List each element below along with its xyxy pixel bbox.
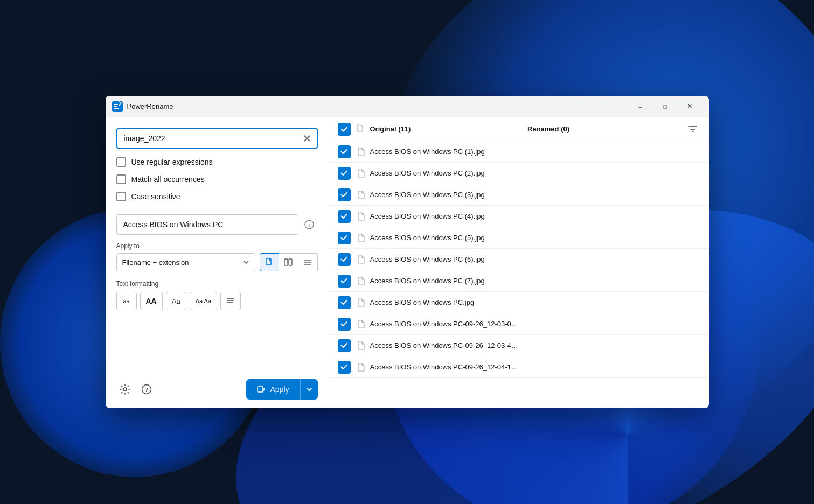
text-formatting-label: Text formatting: [116, 280, 318, 288]
svg-text:?: ?: [145, 386, 148, 394]
checkbox-group: Use regular expressions Match all occurr…: [116, 157, 318, 201]
power-rename-icon: [112, 101, 123, 112]
svg-rect-3: [114, 108, 119, 109]
file-icon: [356, 319, 366, 329]
file-row[interactable]: Access BIOS on Windows PC (7).jpg: [329, 270, 709, 292]
svg-text:i: i: [308, 221, 310, 228]
row-checkbox[interactable]: [338, 232, 351, 244]
file-icon: [356, 341, 366, 351]
file-row[interactable]: Access BIOS on Windows PC (4).jpg: [329, 206, 709, 227]
row-checkbox[interactable]: [338, 339, 351, 352]
svg-point-17: [123, 388, 127, 391]
row-checkbox[interactable]: [338, 188, 351, 201]
view-icon-group: [260, 253, 318, 271]
file-name: Access BIOS on Windows PC (6).jpg: [370, 255, 535, 263]
left-panel-bottom: ? Apply: [116, 373, 318, 400]
file-icon: [356, 298, 366, 307]
file-name: Access BIOS on Windows PC (4).jpg: [370, 212, 535, 220]
use-regex-box: [116, 157, 126, 167]
search-clear-button[interactable]: [301, 132, 314, 145]
apply-button-group: Apply: [246, 379, 317, 400]
list-view-button[interactable]: [298, 253, 318, 271]
apply-to-row: Filename only Extension only Filename + …: [116, 253, 318, 271]
file-view-button[interactable]: [260, 253, 279, 271]
file-list: Access BIOS on Windows PC (1).jpg Access…: [329, 141, 709, 408]
file-name: Access BIOS on Windows PC (3).jpg: [370, 191, 535, 199]
match-all-label: Match all occurrences: [131, 175, 205, 184]
search-input-wrapper: [116, 128, 318, 149]
file-icon: [356, 276, 366, 286]
close-button[interactable]: ✕: [678, 98, 702, 115]
match-all-box: [116, 174, 126, 184]
help-button[interactable]: ?: [138, 381, 155, 398]
apply-dropdown-button[interactable]: [300, 379, 318, 400]
file-name: Access BIOS on Windows PC (1).jpg: [370, 148, 535, 156]
file-row[interactable]: Access BIOS on Windows PC.jpg: [329, 292, 709, 313]
file-row[interactable]: Access BIOS on Windows PC (1).jpg: [329, 141, 709, 163]
rename-info-button[interactable]: i: [301, 216, 318, 233]
apply-to-label: Apply to: [116, 242, 318, 250]
panel-view-button[interactable]: [279, 253, 298, 271]
original-col-header: Original (11): [370, 125, 528, 133]
svg-rect-20: [258, 387, 263, 392]
file-row[interactable]: Access BIOS on Windows PC-09-26_12-03-4…: [329, 335, 709, 356]
use-regex-checkbox[interactable]: Use regular expressions: [116, 157, 318, 167]
file-icon: [356, 169, 366, 178]
file-row[interactable]: Access BIOS on Windows PC-09-26_12-04-1…: [329, 356, 709, 378]
file-row[interactable]: Access BIOS on Windows PC-09-26_12-03-0…: [329, 313, 709, 335]
file-header-icon: [356, 124, 367, 135]
file-icon: [356, 233, 366, 243]
apply-button[interactable]: Apply: [246, 379, 300, 400]
row-checkbox[interactable]: [338, 253, 351, 266]
format-lines-btn[interactable]: [220, 292, 241, 310]
rename-input-wrapper: i: [116, 214, 318, 235]
settings-button[interactable]: [116, 381, 134, 398]
svg-rect-2: [114, 106, 117, 107]
file-row[interactable]: Access BIOS on Windows PC (2).jpg: [329, 163, 709, 184]
minimize-button[interactable]: –: [628, 98, 653, 115]
svg-rect-8: [266, 258, 271, 265]
row-checkbox[interactable]: [338, 167, 351, 180]
filter-button[interactable]: [685, 122, 700, 137]
file-name: Access BIOS on Windows PC-09-26_12-04-1…: [370, 363, 535, 371]
file-icon: [356, 362, 366, 372]
case-sensitive-checkbox[interactable]: Case sensitive: [116, 192, 318, 201]
svg-rect-9: [284, 259, 288, 265]
row-checkbox[interactable]: [338, 296, 351, 309]
file-icon: [356, 190, 366, 200]
file-list-header: Original (11) Renamed (0): [329, 117, 709, 141]
apply-to-dropdown[interactable]: Filename only Extension only Filename + …: [116, 253, 255, 271]
power-rename-window: PowerRename – □ ✕ Use regular expression…: [106, 96, 709, 408]
file-row[interactable]: Access BIOS on Windows PC (3).jpg: [329, 184, 709, 206]
row-checkbox[interactable]: [338, 145, 351, 158]
file-row[interactable]: Access BIOS on Windows PC (6).jpg: [329, 249, 709, 270]
match-all-checkbox[interactable]: Match all occurrences: [116, 174, 318, 184]
file-icon: [356, 255, 366, 264]
row-checkbox[interactable]: [338, 275, 351, 288]
file-name: Access BIOS on Windows PC (5).jpg: [370, 234, 535, 242]
file-row[interactable]: Access BIOS on Windows PC (5).jpg: [329, 227, 709, 249]
svg-rect-1: [114, 104, 118, 105]
file-name: Access BIOS on Windows PC-09-26_12-03-4…: [370, 341, 535, 349]
rename-input[interactable]: [116, 214, 298, 235]
lowercase-btn[interactable]: aa: [116, 292, 137, 310]
wordcase-btn[interactable]: Aa Aa: [190, 292, 217, 310]
bottom-icon-group: ?: [116, 381, 155, 398]
file-name: Access BIOS on Windows PC (7).jpg: [370, 277, 535, 285]
window-controls: – □ ✕: [628, 98, 702, 115]
file-name: Access BIOS on Windows PC-09-26_12-03-0…: [370, 320, 535, 328]
maximize-button[interactable]: □: [653, 98, 678, 115]
row-checkbox[interactable]: [338, 318, 351, 331]
svg-rect-10: [289, 259, 292, 265]
select-all-checkbox[interactable]: [338, 123, 351, 136]
use-regex-label: Use regular expressions: [131, 158, 213, 166]
row-checkbox[interactable]: [338, 361, 351, 374]
row-checkbox[interactable]: [338, 210, 351, 223]
renamed-col-header: Renamed (0): [527, 125, 685, 133]
left-panel: Use regular expressions Match all occurr…: [106, 117, 329, 408]
uppercase-btn[interactable]: AA: [140, 292, 163, 310]
right-panel: Original (11) Renamed (0) Access BIOS on: [329, 117, 709, 408]
file-icon: [356, 147, 366, 157]
titlecase-btn[interactable]: Aa: [166, 292, 186, 310]
search-input[interactable]: [116, 128, 318, 149]
